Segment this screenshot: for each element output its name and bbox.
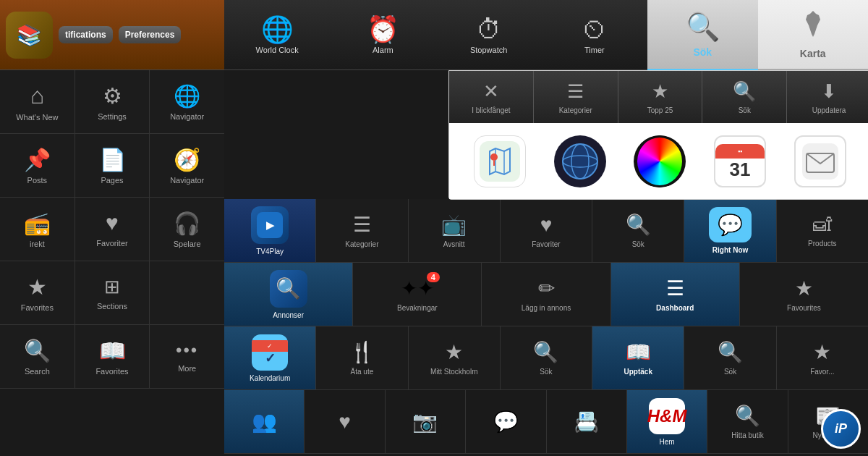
direkt-label: irekt bbox=[30, 240, 45, 248]
sidebar-favorites[interactable]: ★ Favorites bbox=[0, 261, 75, 324]
sidebar-settings[interactable]: ⚙ Settings bbox=[75, 70, 150, 133]
bevakningar-icon-container: ✦✦ 4 bbox=[401, 276, 434, 300]
overlay-blickfanget[interactable]: ✕ I blickfånget bbox=[449, 71, 534, 123]
upptack-item[interactable]: 📖 Upptäck bbox=[592, 326, 684, 389]
heart-icon: ♥ bbox=[106, 211, 119, 235]
karta-tab-label: Karta bbox=[800, 48, 826, 59]
pages-icon: 📄 bbox=[99, 147, 126, 172]
uppdatera-icon: ⬇ bbox=[821, 80, 837, 103]
overlay-calendar-icon[interactable]: ▪▪ 31 bbox=[714, 135, 766, 187]
favor-icon: ★ bbox=[813, 340, 831, 364]
overlay-colorwheel-icon[interactable] bbox=[634, 135, 686, 187]
sidebar-posts[interactable]: 📌 Posts bbox=[0, 134, 75, 197]
sok4-item[interactable]: 🔍 Sök bbox=[684, 326, 776, 389]
sidebar-search[interactable]: 🔍 Search bbox=[0, 325, 75, 388]
hem-item[interactable]: H&M Hem bbox=[627, 390, 707, 453]
lagg-in-annons-item[interactable]: ✏ Lägg in annons bbox=[482, 263, 610, 326]
mitt-stockholm-item[interactable]: ★ Mitt Stockholm bbox=[409, 326, 501, 389]
hitta-butik-item[interactable]: 🔍 Hitta butik bbox=[707, 390, 788, 453]
annonser-label: Annonser bbox=[273, 311, 304, 319]
overlay-uppdatera[interactable]: ⬇ Uppdatera bbox=[787, 71, 868, 123]
heart-bottom-icon: ♥ bbox=[339, 410, 351, 434]
preferences-button[interactable]: Preferences bbox=[119, 26, 182, 43]
sok2-item[interactable]: 🔍 Sök bbox=[592, 199, 684, 262]
timer-item[interactable]: ⏲ Timer bbox=[542, 0, 647, 69]
favoriter-label: Favoriter bbox=[96, 239, 127, 248]
sidebar-pages[interactable]: 📄 Pages bbox=[75, 134, 150, 197]
kategorier2-item[interactable]: ☰ Kategorier bbox=[316, 199, 408, 262]
avsnitt-item[interactable]: 📺 Avsnitt bbox=[409, 199, 501, 262]
favourites-label: Favourites bbox=[787, 304, 821, 312]
stopwatch-item[interactable]: ⏱ Stopwatch bbox=[436, 0, 542, 69]
sidebar-more[interactable]: ••• More bbox=[150, 325, 224, 388]
overlay-mail-icon[interactable] bbox=[794, 135, 846, 187]
calendar-day: ✓ bbox=[265, 352, 276, 365]
annonser-row: 🔍 Annonser ✦✦ 4 Bevakningar ✏ Lägg in an… bbox=[224, 263, 868, 326]
sidebar-direkt[interactable]: 📻 irekt bbox=[0, 198, 75, 261]
message-item[interactable]: 💬 bbox=[466, 390, 546, 453]
ata-ute-label: Äta ute bbox=[351, 368, 374, 376]
right-now-item[interactable]: 💬 Right Now bbox=[684, 199, 776, 262]
sidebar-navigator2[interactable]: 🧭 Navigator bbox=[150, 134, 224, 197]
overlay-kategorier[interactable]: ☰ Kategorier bbox=[534, 71, 618, 123]
annonser-item[interactable]: 🔍 Annonser bbox=[224, 263, 353, 326]
uppdatera-label: Uppdatera bbox=[812, 106, 846, 114]
sections-icon: ⊞ bbox=[104, 276, 120, 298]
world-clock-item[interactable]: 🌐 World Clock bbox=[224, 0, 330, 69]
overlay-earth-icon[interactable] bbox=[554, 135, 606, 187]
colorwheel-icon-box bbox=[634, 135, 686, 187]
heart-bottom-item[interactable]: ♥ bbox=[305, 390, 385, 453]
sok2-label: Sök bbox=[632, 240, 644, 248]
ip-logo[interactable]: iP bbox=[821, 409, 861, 449]
overlay-search-icon: 🔍 bbox=[733, 80, 756, 103]
tv4play-item[interactable]: ▶ TV4Play bbox=[224, 199, 316, 262]
right-tabs: 🔍 Sök Karta bbox=[647, 0, 868, 69]
tv-icon: 📺 bbox=[441, 213, 467, 237]
overlay-maps-icon[interactable] bbox=[474, 135, 526, 187]
sidebar-favoriter[interactable]: ♥ Favoriter bbox=[75, 198, 150, 261]
alarm-item[interactable]: ⏰ Alarm bbox=[330, 0, 435, 69]
karta-tab[interactable]: Karta bbox=[758, 0, 869, 70]
ata-ute-item[interactable]: 🍴 Äta ute bbox=[316, 326, 408, 389]
svg-point-3 bbox=[490, 153, 498, 161]
navigator-icon: 🌐 bbox=[174, 83, 200, 109]
favoriter2-item[interactable]: ♥ Favoriter bbox=[501, 199, 592, 262]
kalendarium-item[interactable]: ✓ ✓ Kalendarium bbox=[224, 326, 316, 389]
maps-icon-box bbox=[474, 135, 526, 187]
bevakningar-item[interactable]: ✦✦ 4 Bevakningar bbox=[353, 263, 482, 326]
card-item[interactable]: 📇 bbox=[547, 390, 627, 453]
camera-item[interactable]: 📷 bbox=[386, 390, 466, 453]
tv4play-label: TV4Play bbox=[256, 248, 284, 256]
globe-icon: 🌐 bbox=[261, 17, 294, 43]
sok-tab[interactable]: 🔍 Sök bbox=[647, 0, 758, 70]
overlay-topp25[interactable]: ★ Topp 25 bbox=[618, 71, 703, 123]
favor-item[interactable]: ★ Favor... bbox=[777, 326, 868, 389]
fork-knife-icon: 🍴 bbox=[349, 340, 375, 364]
favourites-item[interactable]: ★ Favourites bbox=[740, 263, 868, 326]
sidebar-favorites-s[interactable]: 📖 Favorites bbox=[75, 325, 150, 388]
camera-icon: 📷 bbox=[412, 410, 438, 434]
tv4play-icon-box: ▶ bbox=[251, 206, 289, 244]
sidebar-spelare[interactable]: 🎧 Spelare bbox=[150, 198, 224, 261]
posts-label: Posts bbox=[27, 176, 48, 185]
lagg-in-annons-label: Lägg in annons bbox=[522, 304, 571, 312]
top-bar: 📚 tifications Preferences 🌐 World Clock … bbox=[0, 0, 868, 70]
sidebar-row-4: ★ Favorites ⊞ Sections bbox=[0, 261, 224, 325]
sidebar-navigator[interactable]: 🌐 Navigator bbox=[150, 70, 224, 133]
app-icon-books: 📚 bbox=[6, 12, 53, 59]
hem-icon-box: H&M bbox=[649, 398, 685, 434]
play-triangle-icon: ▶ bbox=[257, 212, 283, 238]
dashboard-item[interactable]: ☰ Dashboard bbox=[611, 263, 740, 326]
mail-icon-box bbox=[794, 135, 846, 187]
sok3-item[interactable]: 🔍 Sök bbox=[501, 326, 592, 389]
favorites-label: Favorites bbox=[21, 303, 54, 312]
topp25-label: Topp 25 bbox=[647, 106, 673, 114]
overlay-sok[interactable]: 🔍 Sök bbox=[702, 71, 787, 123]
products-item[interactable]: 🛋 Products bbox=[777, 199, 868, 262]
sidebar-sections[interactable]: ⊞ Sections bbox=[75, 261, 150, 324]
sidebar-whats-new[interactable]: ⌂ What's New bbox=[0, 70, 75, 133]
search2-icon: 🔍 bbox=[626, 213, 651, 237]
people-item[interactable]: 👥 bbox=[224, 390, 305, 453]
overlay-icons-row: ▪▪ 31 bbox=[449, 123, 868, 199]
notifications-button[interactable]: tifications bbox=[59, 26, 113, 43]
